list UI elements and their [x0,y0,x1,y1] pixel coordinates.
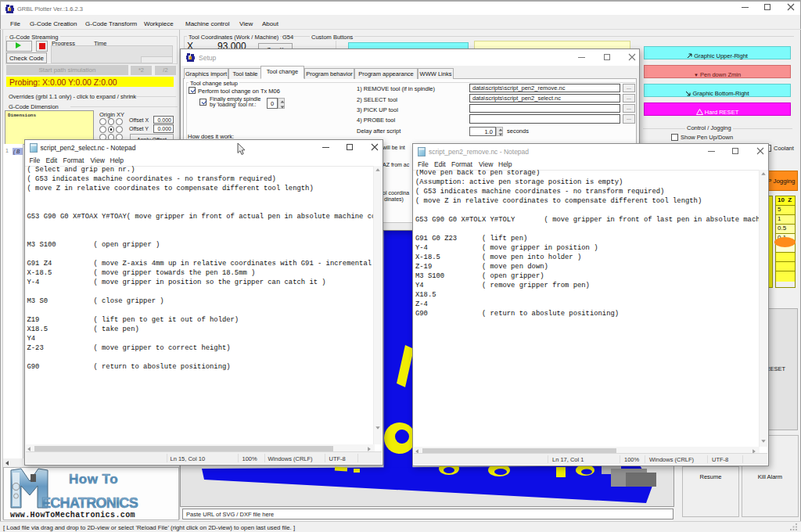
svg-text:How To: How To [69,472,118,487]
svg-text:ECHATRONICS: ECHATRONICS [41,495,138,511]
